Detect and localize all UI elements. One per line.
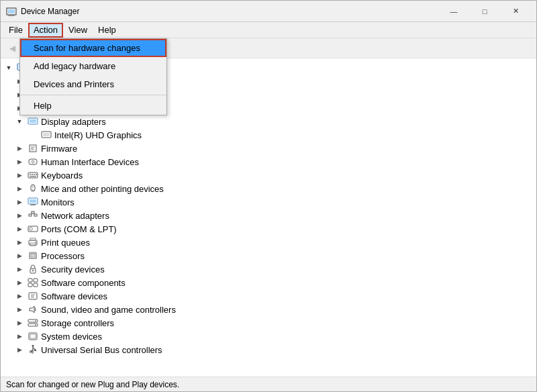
tree-item-monitors[interactable]: ▶ Monitors	[1, 195, 536, 209]
svg-marker-73	[30, 306, 34, 313]
tree-item-usb[interactable]: ▶ Universal Serial Bus controllers	[1, 343, 536, 356]
menu-bar: File Action View Help Scan for hardware …	[1, 22, 536, 38]
svg-point-33	[32, 160, 34, 163]
svg-rect-55	[30, 238, 36, 240]
svg-point-76	[35, 320, 36, 322]
svg-point-77	[35, 324, 36, 326]
tree-item-display-adapters[interactable]: ▼ Display adapters	[1, 115, 536, 128]
mice-icon	[28, 183, 38, 194]
monitors-icon	[28, 197, 38, 207]
svg-rect-27	[43, 133, 50, 136]
svg-rect-84	[34, 350, 36, 351]
tree-item-mice[interactable]: ▶ Mice and other pointing devices	[1, 182, 536, 195]
storage-icon	[28, 317, 38, 328]
svg-point-64	[32, 270, 34, 272]
status-text: Scan for changed or new Plug and Play de…	[6, 380, 179, 389]
svg-rect-1	[8, 9, 15, 13]
status-bar: Scan for changed or new Plug and Play de…	[1, 377, 536, 391]
maximize-button[interactable]: □	[469, 1, 500, 22]
svg-rect-38	[36, 174, 37, 175]
menu-help[interactable]: Help	[93, 23, 121, 38]
window-controls: — □ ✕	[438, 1, 531, 22]
usb-icon	[28, 344, 38, 355]
svg-rect-39	[30, 176, 36, 177]
hid-icon	[28, 156, 38, 167]
toolbar-back[interactable]: ◀	[4, 40, 20, 56]
menu-scan-hardware[interactable]: Scan for hardware changes	[20, 39, 166, 57]
tree-item-processors[interactable]: ▶ Processors	[1, 249, 536, 262]
svg-rect-35	[30, 174, 31, 175]
svg-rect-3	[8, 15, 15, 16]
tree-item-firmware[interactable]: ▶ Firmware	[1, 142, 536, 155]
svg-rect-66	[34, 279, 38, 282]
svg-point-83	[32, 345, 34, 347]
tree-item-intel-uhd[interactable]: ▶ Intel(R) UHD Graphics	[1, 128, 536, 142]
svg-point-42	[32, 189, 34, 191]
software-components-icon	[28, 277, 38, 288]
window-title: Device Manager	[21, 7, 438, 16]
minimize-button[interactable]: —	[438, 1, 469, 22]
svg-rect-47	[29, 214, 32, 216]
svg-rect-59	[31, 254, 35, 257]
menu-add-legacy[interactable]: Add legacy hardware	[20, 57, 166, 75]
print-queues-icon	[28, 237, 38, 248]
svg-rect-65	[28, 279, 32, 282]
window-icon	[6, 6, 17, 17]
svg-rect-48	[34, 214, 37, 216]
svg-rect-46	[30, 205, 36, 205]
sound-icon	[28, 304, 38, 315]
action-dropdown: Scan for hardware changes Add legacy har…	[19, 38, 167, 115]
close-button[interactable]: ✕	[500, 1, 531, 22]
svg-rect-44	[30, 199, 36, 203]
svg-rect-37	[34, 174, 35, 175]
system-devices-icon	[28, 331, 38, 342]
tree-item-system-devices[interactable]: ▶ System devices	[1, 330, 536, 343]
tree-item-hid[interactable]: ▶ Human Interface Devices	[1, 155, 536, 168]
intel-uhd-icon	[41, 130, 52, 140]
svg-rect-36	[32, 174, 33, 175]
svg-rect-67	[28, 283, 32, 287]
firmware-icon	[28, 143, 38, 154]
security-icon	[28, 264, 38, 275]
menu-action[interactable]: Action	[28, 23, 63, 38]
tree-item-print-queues[interactable]: ▶ Print queues	[1, 236, 536, 249]
tree-item-network[interactable]: ▶ Network adapters	[1, 209, 536, 222]
network-icon	[28, 210, 38, 221]
svg-rect-79	[30, 334, 36, 338]
ports-icon	[28, 224, 38, 234]
svg-line-50	[30, 213, 33, 214]
processors-icon	[28, 250, 38, 261]
tree-item-software-components[interactable]: ▶ Software components	[1, 276, 536, 289]
svg-rect-49	[32, 211, 34, 213]
svg-point-57	[35, 242, 36, 243]
svg-rect-45	[31, 204, 35, 205]
tree-item-software-devices[interactable]: ▶ Software devices	[1, 289, 536, 303]
svg-rect-25	[30, 119, 36, 123]
tree-item-storage[interactable]: ▶ Storage controllers	[1, 316, 536, 330]
keyboards-icon	[28, 170, 38, 181]
software-devices-icon	[28, 291, 38, 301]
tree-item-keyboards[interactable]: ▶ Keyboards	[1, 168, 536, 182]
tree-item-security[interactable]: ▶ Security devices	[1, 262, 536, 276]
menu-devices-printers[interactable]: Devices and Printers	[20, 75, 166, 93]
title-bar: Device Manager — □ ✕	[1, 1, 536, 22]
root-chevron: ▼	[3, 62, 14, 73]
svg-rect-53	[30, 228, 32, 230]
display-adapters-icon	[28, 116, 38, 127]
menu-separator	[20, 95, 166, 95]
menu-view[interactable]: View	[63, 23, 93, 38]
svg-rect-68	[34, 283, 38, 287]
tree-item-sound[interactable]: ▶ Sound, video and game controllers	[1, 303, 536, 316]
menu-file[interactable]: File	[3, 23, 28, 38]
menu-help[interactable]: Help	[20, 97, 166, 115]
device-manager-window: Device Manager — □ ✕ File Action View He…	[0, 0, 537, 392]
tree-item-ports[interactable]: ▶ Ports (COM & LPT)	[1, 222, 536, 236]
